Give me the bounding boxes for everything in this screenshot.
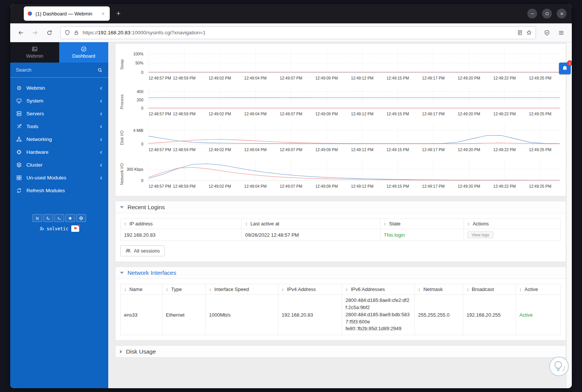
chart-y-ticks: 300 Kbps0 xyxy=(125,159,146,183)
webmin-favicon-icon xyxy=(27,11,32,16)
login-state: This login xyxy=(380,229,464,241)
view-logs-button[interactable]: View logs xyxy=(467,231,493,238)
iface-speed: 1000Mb/s xyxy=(206,295,278,335)
column-header-last-active-at[interactable]: ▲▼Last active at xyxy=(241,219,380,229)
moon-icon xyxy=(46,216,51,220)
minimize-button[interactable] xyxy=(527,9,537,18)
column-header-broadcast[interactable]: ▲▼Broadcast xyxy=(463,284,516,295)
network-interfaces-table: ▲▼Name▲▼Type▲▼Interface Speed▲▼IPv4 Addr… xyxy=(120,284,561,335)
logout-flag-button[interactable]: ⚑ xyxy=(71,225,79,232)
menu-button[interactable] xyxy=(555,27,567,39)
reader-mode-icon[interactable] xyxy=(517,30,523,35)
y-tick-label: 4 MiB xyxy=(133,128,143,133)
column-header-ipv4-address[interactable]: ▲▼IPv4 Address xyxy=(278,284,342,295)
maximize-button[interactable] xyxy=(542,9,552,18)
disk-usage-header[interactable]: Disk Usage xyxy=(115,345,566,358)
sidebar-item-tools[interactable]: Tools‹ xyxy=(10,120,108,133)
scrollbar[interactable] xyxy=(566,42,572,388)
x-tick-label: 12:49:07 PM xyxy=(280,184,303,188)
sidebar-footer: solvetic ⚑ xyxy=(10,214,108,232)
x-tick-label: 12:48:57 PM xyxy=(149,147,171,152)
column-header-ipv6-addresses[interactable]: ▲▼IPv6 Addresses xyxy=(342,284,415,295)
chevron-left-icon: ‹ xyxy=(100,136,102,142)
refresh-icon xyxy=(16,188,22,193)
sidebar-item-label: Tools xyxy=(26,124,38,129)
x-tick-label: 12:49:04 PM xyxy=(244,147,267,152)
people-icon xyxy=(125,248,131,254)
sort-icon: ▲▼ xyxy=(166,288,168,292)
sidebar-item-networking[interactable]: Networking‹ xyxy=(10,133,108,145)
x-tick-label: 12:49:15 PM xyxy=(387,184,409,188)
new-tab-button[interactable]: + xyxy=(113,8,124,19)
sidebar-tab-webmin[interactable]: Webmin xyxy=(10,42,59,63)
recent-logins-title: Recent Logins xyxy=(127,204,165,211)
browser-titlebar: (1) Dashboard — Webmin + xyxy=(10,4,572,23)
chart-plot: 12:48:57 PM12:48:59 PM12:49:02 PM12:49:0… xyxy=(146,48,562,81)
stats-button[interactable] xyxy=(32,214,42,222)
network-interfaces-header[interactable]: Network Interfaces xyxy=(115,266,566,279)
column-header-state[interactable]: ▲▼State xyxy=(380,219,464,229)
lock-icon[interactable] xyxy=(74,30,79,35)
gear-icon xyxy=(16,85,22,91)
column-header-actions[interactable]: ▲▼Actions xyxy=(464,219,561,229)
back-button[interactable] xyxy=(15,27,27,39)
column-header-name[interactable]: ▲▼Name xyxy=(121,284,163,295)
sidebar-item-refresh-modules[interactable]: Refresh Modules xyxy=(10,184,108,197)
chart-y-ticks: 4 MiB0 xyxy=(125,123,146,146)
star-button[interactable] xyxy=(65,214,75,222)
column-header-ip-address[interactable]: ▲▼IP address xyxy=(121,219,242,229)
tracking-protection-icon[interactable] xyxy=(64,30,70,35)
webmin-tab-label: Webmin xyxy=(26,54,43,59)
sidebar-item-hardware[interactable]: Hardware‹ xyxy=(10,145,108,158)
layers-icon xyxy=(16,162,22,168)
sidebar: Webmin Dashboard Webmin‹System‹Servers‹T… xyxy=(10,42,108,388)
dashboard-tab-label: Dashboard xyxy=(72,54,95,59)
bookmark-star-icon[interactable] xyxy=(526,30,532,35)
moon-button[interactable] xyxy=(43,214,53,222)
sidebar-item-servers[interactable]: Servers‹ xyxy=(10,107,108,120)
reload-button[interactable] xyxy=(43,27,55,39)
stats-icon xyxy=(35,216,40,220)
column-header-active[interactable]: ▲▼Active xyxy=(516,284,561,295)
column-header-type[interactable]: ▲▼Type xyxy=(162,284,205,295)
globe-button[interactable] xyxy=(76,214,86,222)
login-last-active: 09/26/2022 12:48:57 PM xyxy=(241,229,380,241)
sidebar-menu: Webmin‹System‹Servers‹Tools‹Networking‹H… xyxy=(10,78,108,197)
network-icon xyxy=(16,136,22,142)
sidebar-item-webmin[interactable]: Webmin‹ xyxy=(10,81,108,94)
forward-button[interactable] xyxy=(29,27,41,39)
sort-icon: ▲▼ xyxy=(124,288,126,292)
notifications-button[interactable]: 1 xyxy=(559,63,571,74)
y-tick-label: 0 xyxy=(141,70,143,75)
sidebar-item-un-used-modules[interactable]: Un-used Modules‹ xyxy=(10,171,108,184)
dashboard-icon xyxy=(81,46,87,52)
user-chip[interactable]: solvetic xyxy=(39,226,69,231)
sidebar-tab-dashboard[interactable]: Dashboard xyxy=(59,42,108,63)
sidebar-item-cluster[interactable]: Cluster‹ xyxy=(10,158,108,171)
browser-tab[interactable]: (1) Dashboard — Webmin xyxy=(24,6,110,21)
url-bar[interactable]: https://192.168.20.83:10000/sysinfo.cgi?… xyxy=(61,27,536,39)
column-header-netmask[interactable]: ▲▼Netmask xyxy=(415,284,463,295)
x-tick-label: 12:49:17 PM xyxy=(422,112,445,116)
x-tick-label: 12:49:20 PM xyxy=(458,184,481,188)
window-close-button[interactable] xyxy=(557,9,567,18)
all-sessions-button[interactable]: All sessions xyxy=(120,245,165,256)
sidebar-item-label: Hardware xyxy=(26,149,49,155)
terminal-icon xyxy=(57,216,61,220)
search-input[interactable] xyxy=(16,67,97,73)
protections-dashboard-icon[interactable] xyxy=(541,27,553,39)
chart-axis-label: Swap xyxy=(118,48,125,81)
browser-window: (1) Dashboard — Webmin + https://192.168… xyxy=(10,4,572,388)
chevron-left-icon: ‹ xyxy=(100,174,102,181)
column-header-interface-speed[interactable]: ▲▼Interface Speed xyxy=(206,284,278,295)
tab-close-icon[interactable] xyxy=(100,10,106,17)
recent-logins-header[interactable]: Recent Logins xyxy=(115,201,566,213)
x-tick-label: 12:49:04 PM xyxy=(244,112,267,116)
sidebar-item-system[interactable]: System‹ xyxy=(10,94,108,107)
chart-axis-label: Disk I/O xyxy=(118,123,125,153)
x-tick-label: 12:49:12 PM xyxy=(351,184,373,188)
network-interfaces-body: ▲▼Name▲▼Type▲▼Interface Speed▲▼IPv4 Addr… xyxy=(115,279,566,341)
chart-plot: 12:48:57 PM12:48:59 PM12:49:02 PM12:49:0… xyxy=(146,87,562,117)
iface-active: Active xyxy=(516,295,561,335)
terminal-button[interactable] xyxy=(54,214,64,222)
